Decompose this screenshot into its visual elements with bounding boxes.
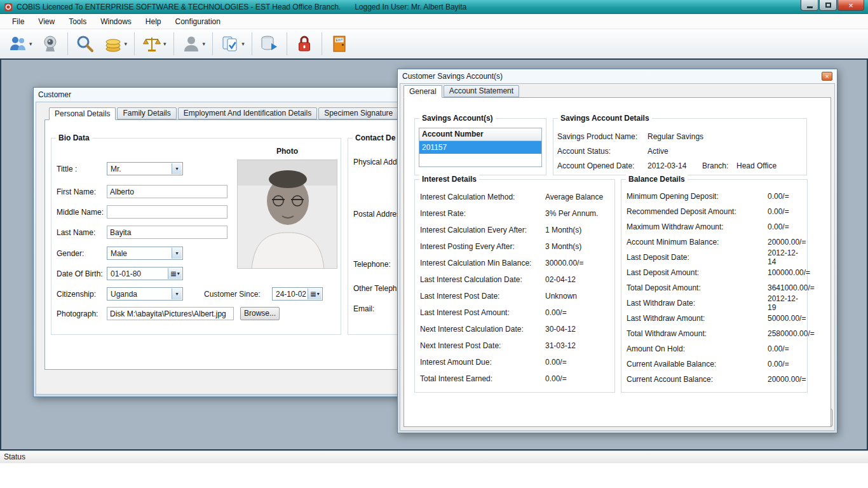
detail-label: Interest Posting Every After: xyxy=(420,242,545,251)
detail-label: Account Minimum Balance: xyxy=(627,238,768,247)
toolbar-scales-button[interactable]: ▾ xyxy=(138,31,170,57)
tab-family-details[interactable]: Family Details xyxy=(117,107,176,119)
detail-label: Next Interest Calculation Date: xyxy=(420,325,545,334)
svg-text:EXIT: EXIT xyxy=(336,38,342,42)
menubar: File View Tools Windows Help Configurati… xyxy=(0,14,868,29)
savings-window-titlebar[interactable]: Customer Savings Account(s) × xyxy=(398,69,837,83)
account-number-column-header[interactable]: Account Number xyxy=(419,128,541,141)
toolbar-separator xyxy=(252,32,252,55)
gender-label: Gender: xyxy=(57,249,107,258)
toolbar-separator xyxy=(322,32,322,55)
application-window: COBIS Licenced To ENTERPRISE SOFTWARE & … xyxy=(0,0,868,488)
detail-row: Current Available Balance:0.00/= xyxy=(624,356,806,372)
menu-windows[interactable]: Windows xyxy=(93,15,139,29)
customer-photo xyxy=(237,159,337,269)
customer-window-title: Customer xyxy=(38,90,71,99)
maximize-icon xyxy=(825,3,831,8)
minimize-button[interactable] xyxy=(801,0,818,11)
chevron-down-icon: ▾ xyxy=(172,288,182,299)
database-sync-icon xyxy=(259,34,280,54)
savings-account-details-group: Savings Account Details Savings Product … xyxy=(553,118,807,175)
detail-value: 100000.00/= xyxy=(768,268,810,277)
detail-label: Current Available Balance: xyxy=(627,360,768,369)
savings-accounts-group: Savings Account(s) Account Number 201157 xyxy=(414,118,546,175)
toolbar-lock-button[interactable] xyxy=(290,31,318,57)
balance-details-title: Balance Details xyxy=(626,175,688,184)
chevron-down-icon: ▾ xyxy=(29,41,32,47)
detail-row: Last Interest Post Amount:0.00/= xyxy=(417,304,613,321)
toolbar-approvals-button[interactable]: ▾ xyxy=(216,31,248,57)
citizenship-dropdown[interactable]: Uganda ▾ xyxy=(107,287,183,301)
tab-personal-details[interactable]: Personal Details xyxy=(49,107,116,120)
photograph-path-field[interactable] xyxy=(107,307,234,320)
detail-value: 0.00/= xyxy=(768,222,803,231)
customer-since-label: Customer Since: xyxy=(204,290,261,299)
toolbar-webcam-button[interactable] xyxy=(36,31,64,57)
detail-row: Next Interest Post Date:31-03-12 xyxy=(417,337,613,354)
middle-name-field[interactable] xyxy=(107,205,227,219)
product-name-value: Regular Savings xyxy=(648,132,703,141)
first-name-field[interactable] xyxy=(107,185,227,198)
detail-row: Account Minimum Balance:20000.00/= xyxy=(624,234,806,250)
detail-label: Last Withdraw Date: xyxy=(627,299,768,308)
citizenship-label: Citizenship: xyxy=(57,290,107,299)
detail-row: Last Interest Calculation Date:02-04-12 xyxy=(417,271,613,288)
detail-value: 31-03-12 xyxy=(545,341,611,350)
toolbar-cash-button[interactable]: ▾ xyxy=(99,31,132,57)
detail-row: Current Account Balance:20000.00/= xyxy=(624,372,806,387)
detail-value: Average Balance xyxy=(545,193,611,201)
branch-label: Branch: xyxy=(702,161,736,170)
toolbar-search-button[interactable] xyxy=(71,31,99,57)
toolbar-database-button[interactable] xyxy=(255,31,283,57)
detail-row: Total Interest Earned:0.00/= xyxy=(417,370,613,387)
close-button[interactable]: × xyxy=(837,0,864,11)
detail-value: 3% Per Annum. xyxy=(545,209,611,218)
detail-value: 0.00/= xyxy=(545,374,611,383)
toolbar-exit-button[interactable]: EXIT xyxy=(325,31,353,57)
gender-dropdown[interactable]: Male ▾ xyxy=(107,247,183,260)
savings-close-button[interactable]: × xyxy=(822,72,832,81)
lock-icon xyxy=(294,34,315,54)
browse-button[interactable]: Browse... xyxy=(240,307,280,320)
tab-account-statement[interactable]: Account Statement xyxy=(444,85,519,97)
tab-general[interactable]: General xyxy=(403,85,442,98)
window-controls: × xyxy=(800,0,864,11)
person-icon xyxy=(181,34,201,54)
detail-row: Last Withdraw Amount:50000.00/= xyxy=(624,311,806,326)
interest-details-title: Interest Details xyxy=(419,175,479,184)
maximize-button[interactable] xyxy=(819,0,837,11)
detail-label: Total Deposit Amount: xyxy=(627,283,768,292)
toolbar-person-button[interactable]: ▾ xyxy=(177,31,210,57)
account-row[interactable]: 201157 xyxy=(419,141,541,154)
tab-specimen-signature[interactable]: Specimen Signature xyxy=(318,107,398,119)
savings-tabs: General Account Statement xyxy=(403,85,520,98)
title-dropdown[interactable]: Mr. ▾ xyxy=(107,162,183,175)
exit-icon: EXIT xyxy=(329,34,349,54)
detail-row: Recommended Deposit Amount:0.00/= xyxy=(624,204,806,219)
menu-file[interactable]: File xyxy=(5,15,31,29)
toolbar-customers-button[interactable]: ▾ xyxy=(4,31,36,57)
dob-datepicker[interactable]: 01-01-80 ▦▾ xyxy=(107,267,183,280)
tab-employment-identification[interactable]: Employment And Identification Details xyxy=(178,107,317,119)
title-label: Tittle : xyxy=(57,165,107,173)
menu-help[interactable]: Help xyxy=(139,15,168,29)
search-icon xyxy=(75,34,95,54)
customer-since-datepicker[interactable]: 24-10-02 ▦▾ xyxy=(272,287,323,301)
menu-configuration[interactable]: Configuration xyxy=(168,15,227,29)
savings-window: Customer Savings Account(s) × General Ac… xyxy=(397,69,837,433)
menu-view[interactable]: View xyxy=(31,15,62,29)
balance-details-group: Balance Details Minimum Opening Deposit:… xyxy=(621,179,808,393)
detail-label: Total Withdraw Amount: xyxy=(627,329,768,338)
last-name-label: Last Name: xyxy=(57,228,107,237)
detail-value: 3 Month(s) xyxy=(545,242,611,251)
detail-value: 0.00/= xyxy=(768,344,803,353)
customer-tabs: Personal Details Family Details Employme… xyxy=(49,107,400,120)
field-row-photograph: Photograph: Browse... xyxy=(57,307,336,320)
interest-details-group: Interest Details Interest Calculation Me… xyxy=(414,179,615,393)
last-name-field[interactable] xyxy=(107,226,227,239)
app-logo-icon xyxy=(4,3,13,11)
gender-value: Male xyxy=(111,249,127,258)
menu-tools[interactable]: Tools xyxy=(62,15,93,29)
main-titlebar[interactable]: COBIS Licenced To ENTERPRISE SOFTWARE & … xyxy=(0,0,868,14)
photo-label: Photo xyxy=(237,147,337,156)
